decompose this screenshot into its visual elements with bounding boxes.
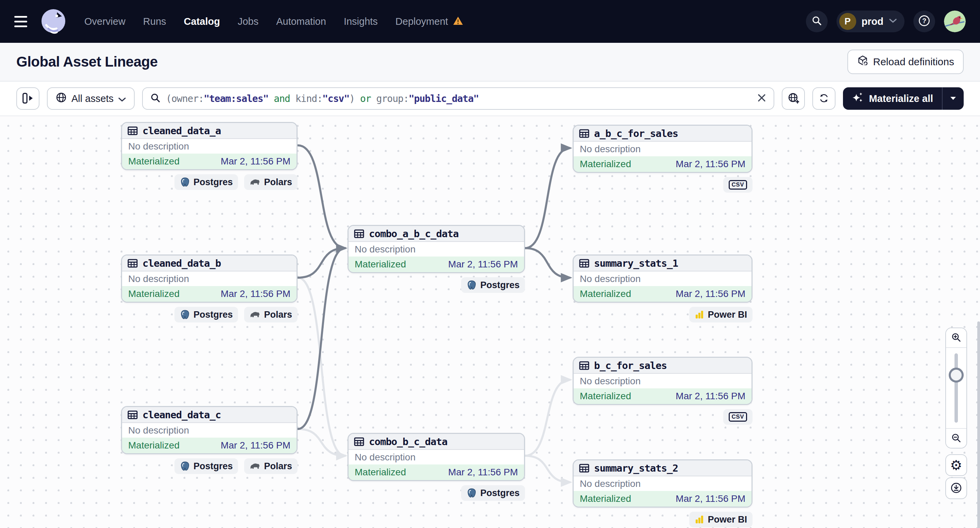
asset-node-a_b_c_for_sales[interactable]: a_b_c_for_salesNo descriptionMaterialize…: [573, 125, 752, 173]
asset-description: No description: [348, 450, 524, 465]
deployment-switcher[interactable]: P prod: [837, 11, 905, 32]
polars-icon: [250, 462, 261, 470]
polars-icon: [250, 311, 261, 319]
asset-timestamp: Mar 2, 11:56 PM: [676, 159, 745, 170]
asset-description: No description: [122, 139, 296, 154]
table-icon: [579, 360, 589, 371]
asset-node-combo_a_b_c_data[interactable]: combo_a_b_c_dataNo descriptionMaterializ…: [347, 225, 525, 273]
zoom-slider-thumb[interactable]: [949, 368, 964, 382]
edge-cleaned_data_c-to-combo_a_b_c_data: [298, 248, 345, 429]
postgres-icon: [466, 488, 477, 498]
asset-timestamp: Mar 2, 11:56 PM: [676, 493, 745, 504]
tag-postgres[interactable]: Postgres: [175, 174, 239, 190]
open-left-panel-button[interactable]: [16, 87, 40, 110]
asset-filter-input[interactable]: (owner:"team:sales" and kind:"csv") or g…: [142, 87, 774, 110]
download-image-button[interactable]: [945, 477, 967, 499]
nav-insights[interactable]: Insights: [344, 16, 378, 27]
asset-name: summary_stats_2: [594, 462, 678, 474]
asset-status: Materialized: [128, 440, 180, 451]
postgres-icon: [466, 280, 477, 290]
materialize-options-button[interactable]: [943, 87, 964, 110]
edge-combo_a_b_c_data-to-a_b_c_for_sales: [525, 148, 570, 248]
deployment-initial-badge: P: [839, 13, 856, 30]
user-avatar[interactable]: [944, 11, 966, 32]
asset-name: cleaned_data_c: [143, 409, 221, 421]
asset-timestamp: Mar 2, 11:56 PM: [448, 259, 518, 270]
asset-name: cleaned_data_b: [143, 258, 221, 269]
zoom-in-button[interactable]: [946, 328, 966, 347]
refresh-graph-button[interactable]: [812, 87, 835, 110]
materialize-all-split-button: Materialize all: [843, 87, 964, 110]
dagster-logo[interactable]: [40, 8, 67, 35]
asset-node-header: cleaned_data_b: [122, 255, 296, 271]
search-button[interactable]: [806, 11, 828, 32]
materialize-all-button[interactable]: Materialize all: [843, 87, 942, 110]
asset-tag-row: Power BI: [573, 512, 752, 527]
asset-node-summary_stats_2[interactable]: summary_stats_2No descriptionMaterialize…: [573, 459, 752, 507]
tag-csv[interactable]: CSV: [723, 409, 752, 425]
tag-csv[interactable]: CSV: [723, 177, 752, 193]
csv-icon: CSV: [729, 412, 747, 422]
asset-status-bar: MaterializedMar 2, 11:56 PM: [574, 491, 751, 507]
asset-status: Materialized: [128, 156, 180, 167]
clear-filter-icon[interactable]: [757, 94, 766, 104]
asset-node-b_c_for_sales[interactable]: b_c_for_salesNo descriptionMaterializedM…: [573, 357, 752, 405]
asset-name: combo_a_b_c_data: [369, 228, 458, 239]
asset-node-combo_b_c_data[interactable]: combo_b_c_dataNo descriptionMaterialized…: [347, 433, 525, 481]
tag-polars[interactable]: Polars: [244, 174, 298, 190]
asset-node-header: combo_b_c_data: [348, 434, 524, 450]
tag-power-bi[interactable]: Power BI: [689, 307, 752, 322]
top-nav: Overview Runs Catalog Jobs Automation In…: [0, 0, 980, 43]
asset-status: Materialized: [580, 391, 631, 401]
asset-timestamp: Mar 2, 11:56 PM: [676, 391, 745, 401]
asset-description: No description: [122, 423, 296, 438]
asset-status: Materialized: [355, 467, 406, 478]
nav-deployment-group: Deployment: [396, 16, 463, 27]
table-icon: [127, 410, 138, 420]
table-icon: [354, 437, 364, 447]
asset-name: b_c_for_sales: [594, 360, 667, 371]
hamburger-menu-icon[interactable]: [14, 16, 28, 27]
asset-node-cleaned_data_c[interactable]: cleaned_data_cNo descriptionMaterialized…: [121, 406, 298, 454]
canvas-scrollbar[interactable]: [977, 322, 980, 528]
asset-name: summary_stats_1: [594, 258, 678, 269]
nav-runs[interactable]: Runs: [143, 16, 166, 27]
deployment-name: prod: [862, 16, 883, 27]
asset-scope-selector[interactable]: All assets: [47, 87, 135, 110]
graph-settings-button[interactable]: ⚙: [945, 454, 967, 476]
asset-description: No description: [122, 271, 296, 286]
asset-timestamp: Mar 2, 11:56 PM: [221, 440, 290, 451]
table-icon: [579, 258, 589, 268]
asset-selection-globe-button[interactable]: [782, 87, 805, 110]
asset-timestamp: Mar 2, 11:56 PM: [221, 289, 290, 299]
filter-query-text: (owner:"team:sales" and kind:"csv") or g…: [166, 93, 752, 104]
asset-status: Materialized: [580, 493, 631, 504]
asset-node-summary_stats_1[interactable]: summary_stats_1No descriptionMaterialize…: [573, 254, 752, 303]
zoom-out-button[interactable]: [946, 429, 966, 448]
tag-power-bi[interactable]: Power BI: [689, 512, 752, 527]
lineage-canvas[interactable]: ⚙ cleaned_data_aNo descriptionMaterializ…: [0, 116, 980, 528]
asset-tag-row: CSV: [573, 409, 752, 425]
asset-name: cleaned_data_a: [143, 125, 221, 136]
tag-polars[interactable]: Polars: [244, 458, 298, 474]
help-button[interactable]: ?: [913, 11, 935, 32]
zoom-slider[interactable]: [946, 347, 966, 429]
asset-node-cleaned_data_b[interactable]: cleaned_data_bNo descriptionMaterialized…: [121, 254, 298, 303]
svg-text:?: ?: [922, 17, 926, 24]
nav-overview[interactable]: Overview: [84, 16, 126, 27]
nav-catalog[interactable]: Catalog: [184, 16, 220, 27]
tag-postgres[interactable]: Postgres: [461, 277, 525, 293]
asset-status: Materialized: [580, 289, 631, 299]
nav-jobs[interactable]: Jobs: [238, 16, 258, 27]
asset-node-cleaned_data_a[interactable]: cleaned_data_aNo descriptionMaterialized…: [121, 122, 298, 170]
nav-deployment[interactable]: Deployment: [396, 16, 448, 27]
tag-postgres[interactable]: Postgres: [175, 458, 239, 474]
tag-postgres[interactable]: Postgres: [461, 485, 525, 501]
nav-automation[interactable]: Automation: [276, 16, 326, 27]
asset-description: No description: [574, 142, 751, 156]
postgres-icon: [180, 177, 190, 187]
tag-postgres[interactable]: Postgres: [175, 307, 239, 322]
asset-node-header: a_b_c_for_sales: [574, 126, 751, 142]
reload-definitions-button[interactable]: Reload definitions: [847, 49, 964, 74]
tag-polars[interactable]: Polars: [244, 307, 298, 322]
